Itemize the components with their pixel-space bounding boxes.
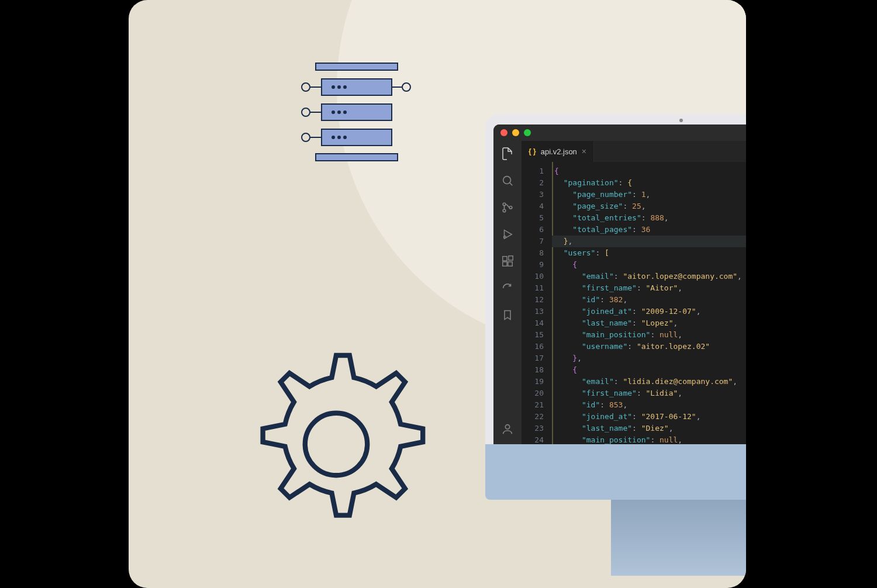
svg-point-3 <box>302 83 310 91</box>
svg-point-27 <box>509 206 512 209</box>
svg-rect-32 <box>509 256 513 260</box>
explorer-icon[interactable] <box>500 147 515 161</box>
svg-point-8 <box>302 108 310 116</box>
svg-rect-1 <box>316 63 398 70</box>
background-card: api.v2.json <box>129 0 746 588</box>
activity-bar <box>493 141 522 444</box>
camera-dot <box>679 119 683 122</box>
svg-point-17 <box>332 111 334 113</box>
close-button[interactable] <box>500 129 507 136</box>
tab-api-json[interactable]: { } api.v2.json × <box>522 141 594 162</box>
svg-point-20 <box>332 136 334 139</box>
svg-line-24 <box>510 183 513 186</box>
tab-label: api.v2.json <box>541 147 577 156</box>
imac-monitor: api.v2.json <box>485 114 746 488</box>
accounts-icon[interactable] <box>500 422 515 436</box>
monitor-chin <box>485 444 746 500</box>
close-icon[interactable]: × <box>582 147 586 156</box>
code-content[interactable]: { "pagination": { "page_number": 1, "pag… <box>552 162 746 444</box>
minimize-button[interactable] <box>512 129 519 136</box>
svg-point-33 <box>505 425 509 429</box>
live-share-icon[interactable] <box>500 281 515 295</box>
svg-point-19 <box>344 111 346 113</box>
extensions-icon[interactable] <box>500 254 515 268</box>
svg-point-18 <box>338 111 340 113</box>
svg-point-0 <box>305 413 367 475</box>
vscode-window: api.v2.json <box>493 124 746 444</box>
code-editor[interactable]: 1 2 3 4 5 6 7 8 9 10 11 <box>522 162 746 444</box>
svg-rect-29 <box>503 257 507 261</box>
server-rack-icon <box>289 58 424 181</box>
svg-point-23 <box>503 177 511 184</box>
svg-point-16 <box>344 86 346 88</box>
svg-point-14 <box>332 86 334 88</box>
svg-point-26 <box>503 209 506 212</box>
run-debug-icon[interactable] <box>500 227 515 241</box>
svg-point-21 <box>338 136 340 139</box>
editor-area: { } api.v2.json × 1 2 3 4 5 <box>522 141 746 444</box>
svg-rect-30 <box>503 262 507 266</box>
svg-rect-31 <box>508 262 512 266</box>
svg-point-11 <box>302 133 310 141</box>
monitor-stand <box>611 500 746 576</box>
svg-point-25 <box>503 203 506 206</box>
source-control-icon[interactable] <box>500 200 515 215</box>
svg-point-15 <box>338 86 340 88</box>
json-file-icon: { } <box>529 147 536 155</box>
maximize-button[interactable] <box>524 129 531 136</box>
gear-icon <box>225 333 447 555</box>
svg-point-5 <box>402 83 410 91</box>
editor-tabs: { } api.v2.json × <box>522 141 746 162</box>
svg-rect-13 <box>316 154 398 161</box>
window-controls <box>500 129 531 136</box>
titlebar: api.v2.json <box>493 124 746 141</box>
search-icon[interactable] <box>500 174 515 188</box>
monitor-bezel: api.v2.json <box>485 114 746 444</box>
line-number-gutter: 1 2 3 4 5 6 7 8 9 10 11 <box>522 162 552 444</box>
bookmarks-icon[interactable] <box>500 308 515 322</box>
svg-point-22 <box>344 136 346 139</box>
svg-point-28 <box>504 236 506 238</box>
